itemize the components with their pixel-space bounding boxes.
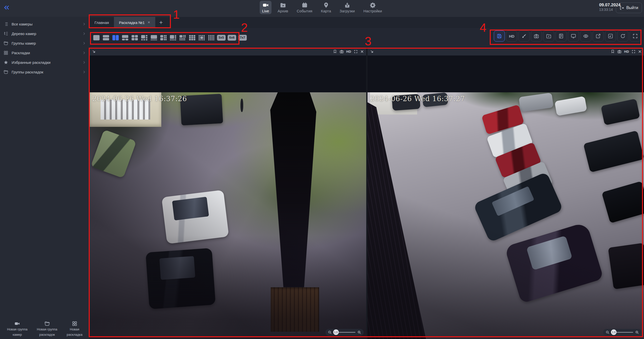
- layout-1-plus-bottom-strip-button[interactable]: [150, 34, 158, 41]
- tab-close-icon[interactable]: ×: [148, 20, 150, 25]
- collapse-sidebar-button[interactable]: [3, 4, 10, 11]
- star-icon: [4, 60, 8, 65]
- nav-item-map[interactable]: Карта: [318, 1, 333, 14]
- shadow-overlay: [367, 92, 644, 339]
- nav-item-downloads[interactable]: Загрузки: [337, 1, 357, 14]
- add-tab-button[interactable]: +: [155, 17, 167, 28]
- tile-close-icon[interactable]: [638, 50, 642, 53]
- layout-1-plus-2-button[interactable]: [121, 34, 129, 41]
- chevron-right-icon: [82, 70, 86, 74]
- zoom-slider[interactable]: 1.0: [611, 332, 633, 333]
- layout-1-plus-5-button[interactable]: [140, 34, 148, 41]
- zoom-out-icon[interactable]: [605, 330, 610, 334]
- drag-diagonal-arrow-icon[interactable]: [370, 49, 374, 54]
- logout-button[interactable]: Выйти: [616, 3, 642, 13]
- camera-tile-header: HD: [367, 47, 644, 55]
- layout-1-plus-12-button[interactable]: [179, 34, 186, 41]
- sidebar-item-all-cameras[interactable]: Все камеры: [0, 19, 89, 29]
- tab-layout-1[interactable]: Раскладка №1 ×: [114, 17, 155, 28]
- fullscreen-button[interactable]: [630, 31, 641, 42]
- sidebar-item-layout-groups[interactable]: Группы раскладок: [0, 67, 89, 77]
- tree-icon: [4, 31, 8, 36]
- button-label-line1: Новая группа: [7, 327, 27, 332]
- hd-badge[interactable]: HD: [346, 50, 351, 53]
- layout-7x7-button[interactable]: 7x7: [238, 35, 247, 41]
- layout-2-columns-button-selected[interactable]: [112, 34, 119, 41]
- sidebar-item-label: Группы камер: [12, 41, 36, 45]
- nav-item-events[interactable]: События: [294, 1, 315, 14]
- share-button[interactable]: [593, 31, 604, 42]
- zoom-in-icon[interactable]: [357, 330, 361, 334]
- folder-play-icon: [280, 2, 286, 8]
- layout-2-rows-button[interactable]: [102, 34, 110, 41]
- snapshot-button[interactable]: [531, 31, 542, 42]
- new-camera-group-button[interactable]: Новая группа камер: [7, 321, 27, 337]
- tile-fullscreen-icon[interactable]: [632, 50, 635, 53]
- new-layout-button[interactable]: Новая раскладка: [67, 321, 82, 337]
- nav-item-archive[interactable]: Архив: [275, 1, 291, 14]
- drag-diagonal-arrow-icon[interactable]: [92, 49, 96, 54]
- layout-6x6-button[interactable]: 6x6: [228, 35, 236, 41]
- nav-item-live[interactable]: Live: [260, 1, 272, 14]
- calendar-icon: [301, 2, 308, 8]
- tab-bar: Главная Раскладка №1 × +: [89, 17, 644, 28]
- journal-button[interactable]: [556, 31, 567, 42]
- sidebar-item-layouts[interactable]: Раскладки: [0, 48, 89, 58]
- camera-tile-1: HD 2024-06-26 Wed 16:37:26: [89, 47, 366, 339]
- list-icon: [4, 22, 8, 26]
- pop-out-button[interactable]: [605, 31, 616, 42]
- camera-video-1[interactable]: 2024-06-26 Wed 16:37:26 1.0: [89, 55, 366, 339]
- button-label-line2: камер: [13, 333, 22, 337]
- save-icon: [497, 33, 502, 39]
- refresh-button[interactable]: [617, 31, 628, 42]
- videocam-icon: [14, 321, 20, 326]
- zoom-slider-knob[interactable]: 1.0: [333, 329, 339, 335]
- chevron-right-icon: [82, 51, 86, 55]
- download-icon: [344, 2, 350, 8]
- camera-video-2[interactable]: 2024-06-26 Wed 16:37:27 1.0: [367, 55, 644, 339]
- sidebar-item-favorite-layouts[interactable]: Избранные раскладки: [0, 58, 89, 67]
- bookmark-icon[interactable]: [333, 49, 337, 53]
- layout-5x5-button[interactable]: 5x5: [217, 35, 226, 41]
- video-letterbox: [89, 55, 366, 92]
- bookmark-icon[interactable]: [611, 49, 615, 53]
- video-timestamp: 2024-06-26 Wed 16:37:26: [92, 95, 187, 103]
- tab-home[interactable]: Главная: [89, 17, 114, 28]
- layout-center-plus-12-button[interactable]: [198, 34, 205, 41]
- nav-item-settings[interactable]: Настройки: [361, 1, 385, 14]
- fullscreen-icon: [632, 33, 638, 39]
- save-layout-button[interactable]: [494, 31, 505, 42]
- hd-badge[interactable]: HD: [624, 50, 629, 53]
- visibility-button[interactable]: [580, 31, 591, 42]
- layout-2x2-button[interactable]: [131, 34, 138, 41]
- tab-label: Главная: [95, 20, 109, 25]
- zoom-out-icon[interactable]: [328, 330, 332, 334]
- clear-layout-button[interactable]: [518, 31, 530, 42]
- snapshot-icon[interactable]: [617, 49, 622, 54]
- layout-3x3-button[interactable]: [188, 34, 196, 41]
- sidebar-item-camera-groups[interactable]: Группы камер: [0, 38, 89, 48]
- layout-4x4-button[interactable]: [207, 34, 215, 41]
- zoom-slider[interactable]: 1.0: [334, 332, 355, 333]
- tab-label: Раскладка №1: [119, 20, 145, 25]
- button-label-line2: раскладок: [39, 333, 55, 337]
- layout-2-plus-6-button[interactable]: [160, 34, 167, 41]
- snapshot-icon[interactable]: [340, 49, 344, 54]
- tile-fullscreen-icon[interactable]: [354, 50, 358, 53]
- folder-icon: [4, 70, 8, 74]
- button-label-line2: раскладка: [67, 333, 82, 337]
- sidebar: Все камеры Дерево камер Группы камер Рас…: [0, 17, 89, 339]
- layout-1-button[interactable]: [93, 34, 100, 41]
- hd-quality-button[interactable]: HD: [506, 31, 517, 42]
- zoom-slider-knob[interactable]: 1.0: [611, 329, 617, 335]
- grid-icon: [4, 50, 8, 55]
- new-layout-group-button[interactable]: Новая группа раскладок: [37, 321, 57, 337]
- monitor-button[interactable]: [568, 31, 579, 42]
- video-timestamp: 2024-06-26 Wed 16:37:27: [370, 95, 465, 103]
- nav-label: События: [297, 9, 312, 13]
- sidebar-item-camera-tree[interactable]: Дерево камер: [0, 29, 89, 38]
- open-archive-button[interactable]: [543, 31, 554, 42]
- tile-close-icon[interactable]: [360, 50, 364, 53]
- layout-1-plus-7-button[interactable]: [169, 34, 177, 41]
- zoom-in-icon[interactable]: [635, 330, 639, 334]
